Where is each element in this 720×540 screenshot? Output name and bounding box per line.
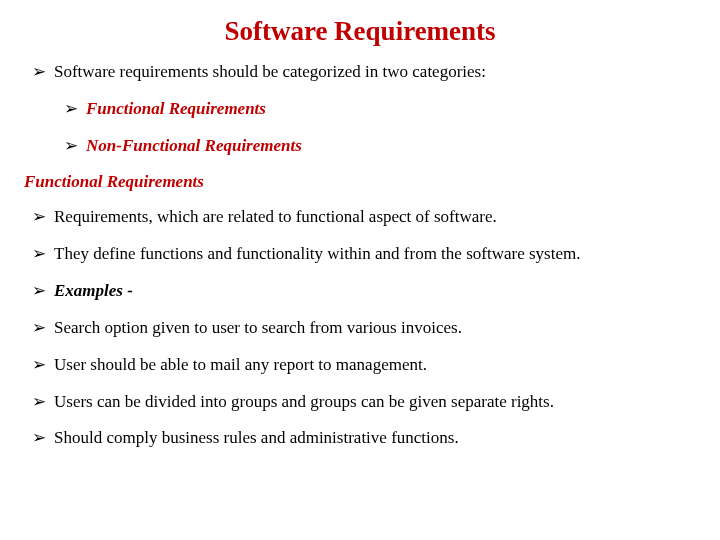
bullet-arrow-icon: ➢ xyxy=(64,98,86,121)
bullet-arrow-icon: ➢ xyxy=(32,354,54,377)
bullet-arrow-icon: ➢ xyxy=(32,427,54,450)
bullet-arrow-icon: ➢ xyxy=(32,317,54,340)
intro-row: ➢ Software requirements should be catego… xyxy=(24,61,696,84)
sub-label: Non-Functional Requirements xyxy=(86,135,696,158)
list-item: ➢ They define functions and functionalit… xyxy=(24,243,696,266)
list-item-text: Requirements, which are related to funct… xyxy=(54,206,696,229)
sub-item-functional: ➢ Functional Requirements xyxy=(24,98,696,121)
bullet-arrow-icon: ➢ xyxy=(32,61,54,84)
list-item-text: They define functions and functionality … xyxy=(54,243,696,266)
list-item: ➢ User should be able to mail any report… xyxy=(24,354,696,377)
bullet-arrow-icon: ➢ xyxy=(64,135,86,158)
bullet-arrow-icon: ➢ xyxy=(32,243,54,266)
list-item: ➢ Examples - xyxy=(24,280,696,303)
sub-label: Functional Requirements xyxy=(86,98,696,121)
sub-item-nonfunctional: ➢ Non-Functional Requirements xyxy=(24,135,696,158)
bullet-arrow-icon: ➢ xyxy=(32,280,54,303)
bullet-arrow-icon: ➢ xyxy=(32,391,54,414)
intro-text: Software requirements should be categori… xyxy=(54,61,696,84)
list-item: ➢ Should comply business rules and admin… xyxy=(24,427,696,450)
section-heading: Functional Requirements xyxy=(24,172,696,192)
list-item-text: Search option given to user to search fr… xyxy=(54,317,696,340)
page-title: Software Requirements xyxy=(24,16,696,47)
list-item-text: Should comply business rules and adminis… xyxy=(54,427,696,450)
list-item: ➢ Search option given to user to search … xyxy=(24,317,696,340)
list-item-text: User should be able to mail any report t… xyxy=(54,354,696,377)
bullet-arrow-icon: ➢ xyxy=(32,206,54,229)
list-item: ➢ Users can be divided into groups and g… xyxy=(24,391,696,414)
examples-label: Examples - xyxy=(54,280,696,303)
list-item: ➢ Requirements, which are related to fun… xyxy=(24,206,696,229)
list-item-text: Users can be divided into groups and gro… xyxy=(54,391,696,414)
